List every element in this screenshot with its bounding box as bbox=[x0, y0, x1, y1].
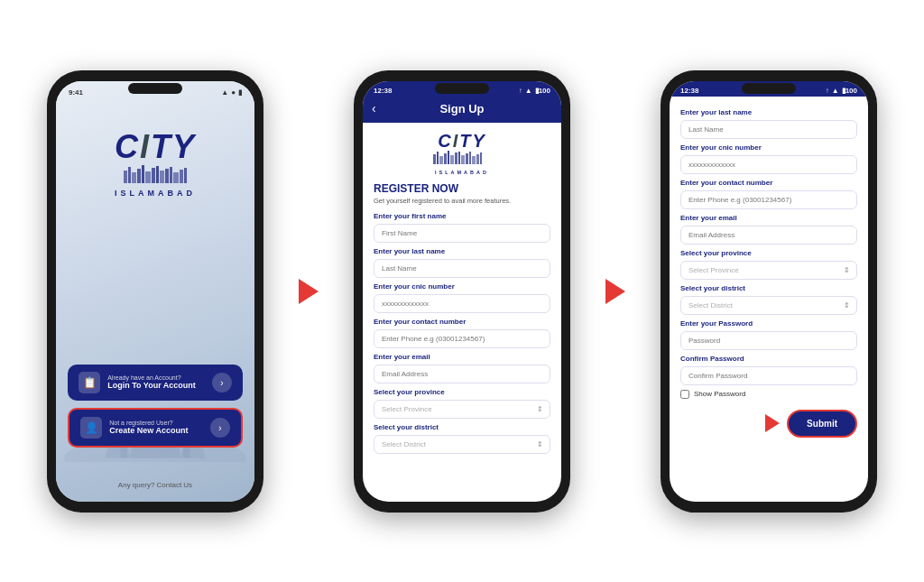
svg-rect-25 bbox=[455, 152, 457, 164]
signup-skyline bbox=[430, 150, 494, 164]
select-province[interactable]: Select Province bbox=[374, 400, 550, 419]
signup-screen-3: 12:38 ↑ ▲ ▮100 Enter your last name Ente… bbox=[670, 81, 868, 502]
wifi-icon-3: ▲ bbox=[832, 87, 839, 95]
login-btn-left: 📋 Already have an Account? Login To Your… bbox=[79, 372, 196, 393]
login-icon: 📋 bbox=[79, 372, 100, 393]
login-arrow-icon: › bbox=[212, 373, 232, 393]
label-district: Select your district bbox=[374, 423, 550, 431]
register-arrow-icon: › bbox=[210, 418, 230, 438]
svg-rect-23 bbox=[448, 151, 449, 164]
signal-icon: ▲ bbox=[221, 88, 228, 97]
input-password-3[interactable] bbox=[680, 331, 857, 350]
arrow-up-icon-3: ↑ bbox=[826, 87, 829, 95]
query-text: Any query? Contact Us bbox=[118, 481, 192, 489]
svg-rect-30 bbox=[472, 156, 476, 164]
input-phone[interactable] bbox=[374, 329, 550, 348]
submit-row: Submit bbox=[680, 410, 857, 447]
signup-logo-2: CITY bbox=[374, 132, 550, 175]
svg-rect-19 bbox=[433, 154, 436, 164]
svg-rect-2 bbox=[132, 172, 136, 183]
arrow-2 bbox=[597, 279, 633, 304]
status-icons-2: ↑ ▲ ▮100 bbox=[519, 87, 550, 95]
register-button[interactable]: 👤 Not a registered User? Create New Acco… bbox=[68, 408, 243, 448]
signup-title-2: Sign Up bbox=[439, 102, 484, 115]
svg-rect-6 bbox=[152, 168, 155, 183]
arrow-up-icon: ↑ bbox=[519, 87, 522, 95]
signup-body-2: CITY bbox=[363, 123, 561, 502]
svg-rect-1 bbox=[128, 167, 131, 183]
input-email-3[interactable] bbox=[680, 226, 857, 245]
signup-header-2: ‹ Sign Up bbox=[363, 97, 561, 123]
label-phone-3: Enter your contact number bbox=[680, 179, 857, 187]
label-cnic-3: Enter your cnic number bbox=[680, 143, 857, 152]
wifi-icon-2: ▲ bbox=[525, 87, 532, 95]
svg-rect-27 bbox=[461, 155, 465, 164]
svg-rect-32 bbox=[480, 152, 482, 164]
svg-rect-24 bbox=[450, 155, 454, 164]
svg-rect-5 bbox=[145, 171, 151, 183]
district-select-wrapper: Select District bbox=[374, 434, 550, 454]
district-select-wrapper-3: Select District bbox=[680, 295, 857, 315]
label-last-name: Enter your last name bbox=[374, 247, 550, 255]
label-province: Select your province bbox=[374, 388, 550, 396]
status-bar-phone1: 9:41 ▲ ● ▮ bbox=[56, 81, 254, 97]
city-logo: CITY bbox=[115, 131, 196, 198]
select-province-3[interactable]: Select Province bbox=[680, 261, 857, 280]
label-phone: Enter your contact number bbox=[374, 318, 550, 326]
select-district[interactable]: Select District bbox=[374, 435, 550, 454]
svg-rect-8 bbox=[160, 171, 164, 183]
svg-rect-20 bbox=[437, 152, 439, 164]
province-select-wrapper-3: Select Province bbox=[680, 260, 857, 280]
input-first-name[interactable] bbox=[374, 224, 550, 243]
signup-city-text: CITY bbox=[374, 132, 550, 150]
province-select-wrapper: Select Province bbox=[374, 399, 550, 419]
status-bar-phone3: 12:38 ↑ ▲ ▮100 bbox=[670, 81, 868, 97]
arrow-shape-1 bbox=[299, 279, 319, 304]
input-cnic[interactable] bbox=[374, 294, 550, 313]
city-logo-text: CITY bbox=[115, 131, 196, 163]
svg-rect-12 bbox=[180, 170, 183, 183]
phone-3-screen: 12:38 ↑ ▲ ▮100 Enter your last name Ente… bbox=[670, 81, 868, 502]
svg-rect-29 bbox=[469, 152, 471, 164]
home-screen: 9:41 ▲ ● ▮ CITY bbox=[56, 81, 254, 502]
show-password-checkbox[interactable] bbox=[680, 390, 689, 399]
register-subtitle: Get yourself registered to avail more fe… bbox=[374, 197, 550, 205]
svg-rect-3 bbox=[137, 169, 141, 183]
signup-sub-2: ISLAMABAD bbox=[374, 170, 550, 175]
submit-button[interactable]: Submit bbox=[787, 410, 857, 438]
phone-2: 12:38 ↑ ▲ ▮100 ‹ Sign Up CITY bbox=[354, 70, 570, 513]
label-email-3: Enter your email bbox=[680, 214, 857, 222]
input-cnic-3[interactable] bbox=[680, 155, 857, 174]
input-confirm-3[interactable] bbox=[680, 366, 857, 385]
svg-rect-13 bbox=[184, 168, 187, 183]
svg-rect-31 bbox=[476, 154, 479, 164]
login-button[interactable]: 📋 Already have an Account? Login To Your… bbox=[68, 365, 243, 401]
input-phone-3[interactable] bbox=[680, 190, 857, 209]
status-icons: ▲ ● ▮ bbox=[221, 88, 242, 97]
back-button-2[interactable]: ‹ bbox=[372, 101, 376, 115]
battery-icon: ▮ bbox=[238, 88, 242, 97]
label-first-name: Enter your first name bbox=[374, 212, 550, 220]
show-password-row: Show Password bbox=[680, 390, 857, 399]
city-ty: TY bbox=[151, 128, 196, 165]
status-bar-phone2: 12:38 ↑ ▲ ▮100 bbox=[363, 81, 561, 97]
status-time-3: 12:38 bbox=[680, 87, 698, 95]
input-last-name-3[interactable] bbox=[680, 120, 857, 139]
svg-rect-22 bbox=[444, 153, 447, 164]
status-time-2: 12:38 bbox=[374, 87, 392, 95]
svg-rect-0 bbox=[124, 171, 127, 183]
register-icon: 👤 bbox=[80, 417, 102, 439]
svg-rect-21 bbox=[439, 156, 443, 164]
arrow-1 bbox=[291, 279, 327, 304]
label-last-name-3: Enter your last name bbox=[680, 108, 857, 116]
svg-rect-4 bbox=[142, 165, 144, 183]
register-btn-text: Not a registered User? Create New Accoun… bbox=[109, 420, 188, 435]
svg-rect-9 bbox=[165, 169, 169, 183]
input-last-name[interactable] bbox=[374, 259, 550, 278]
select-district-3[interactable]: Select District bbox=[680, 296, 857, 315]
input-email[interactable] bbox=[374, 365, 550, 383]
submit-arrow-icon bbox=[765, 414, 780, 432]
phone-1: 9:41 ▲ ● ▮ CITY bbox=[47, 70, 263, 513]
battery-icon-3: ▮100 bbox=[842, 87, 857, 95]
signup-body-3: Enter your last name Enter your cnic num… bbox=[670, 97, 868, 502]
